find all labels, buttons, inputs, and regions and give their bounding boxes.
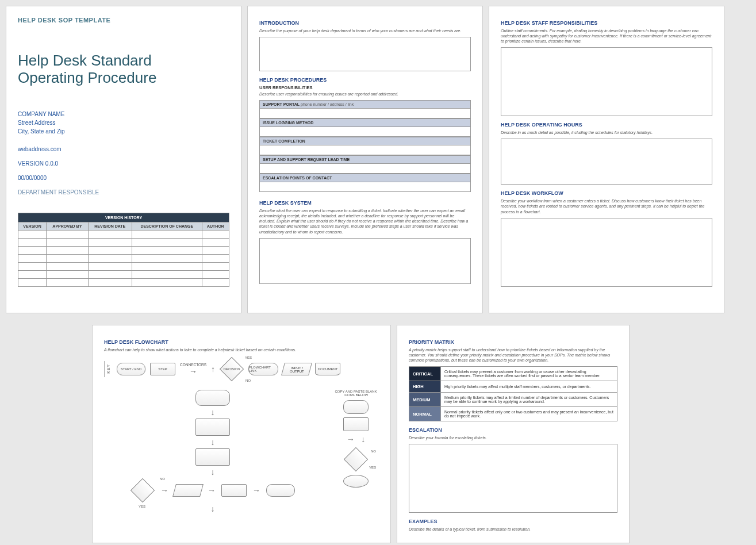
procedure-fields: SUPPORT PORTAL phone number / address / … xyxy=(259,100,471,192)
workflow-desc: Describe your workflow from when a custo… xyxy=(501,198,712,214)
procedure-field: SUPPORT PORTAL phone number / address / … xyxy=(259,100,471,118)
version-number: VERSION 0.0.0 xyxy=(18,160,229,167)
workflow-box[interactable] xyxy=(501,218,712,287)
decision-label: DECISION xyxy=(224,367,240,371)
key-flowchart-link: FLOWCHART LINK xyxy=(248,363,278,375)
examples-heading: EXAMPLES xyxy=(409,519,617,524)
priority-matrix-heading: PRIORITY MATRIX xyxy=(409,339,617,345)
street-address: Street Address xyxy=(18,118,229,127)
field-label: TICKET COMPLETION xyxy=(259,137,471,145)
field-input[interactable] xyxy=(259,182,471,192)
flow-start xyxy=(195,390,230,406)
arrow-down-icon: ↓ xyxy=(211,438,215,446)
priority-level: NORMAL xyxy=(409,407,441,421)
palette-connectors: → ↓ xyxy=(333,435,379,444)
field-input[interactable] xyxy=(259,108,471,118)
priority-row: NORMALNormal priority tickets affect onl… xyxy=(409,407,617,421)
arrow-right-icon: → xyxy=(208,486,216,495)
title-line-1: Help Desk Standard xyxy=(18,52,152,69)
procedure-field: ESCALATION POINTS OF CONTACT xyxy=(259,174,471,192)
key-label: KEY xyxy=(104,361,112,377)
palette-no: NO xyxy=(371,450,376,453)
company-name: COMPANY NAME xyxy=(18,110,229,118)
table-row xyxy=(18,238,229,246)
field-label: ISSUE LOGGING METHOD xyxy=(259,118,471,126)
flowchart-key: KEY START / END STEP CONNECTORS → ↑ YES … xyxy=(104,357,379,381)
document-date: 00/00/0000 xyxy=(18,175,229,181)
priority-desc: High priority tickets may affect multipl… xyxy=(441,381,617,393)
staff-responsibilities-desc: Outline staff commitments. For example, … xyxy=(501,28,712,44)
palette-link xyxy=(343,475,369,488)
version-history-body xyxy=(18,230,229,286)
col-description: DESCRIPTION OF CHANGE xyxy=(132,222,202,230)
help-desk-system-heading: HELP DESK SYSTEM xyxy=(259,200,471,206)
table-row xyxy=(18,262,229,270)
arrow-down-icon: ↓ xyxy=(211,505,215,513)
department-responsible: DEPARTMENT RESPONSIBLE xyxy=(18,189,229,195)
key-input-output: INPUT / OUTPUT xyxy=(281,363,312,375)
table-row xyxy=(18,246,229,254)
examples-desc: Describe the details of a typical ticket… xyxy=(409,527,617,532)
staff-responsibilities-box[interactable] xyxy=(501,47,712,116)
help-desk-system-box[interactable] xyxy=(259,238,471,284)
flow-step-3 xyxy=(221,484,247,497)
key-step: STEP xyxy=(150,363,175,375)
help-desk-system-desc: Describe what the user can expect in res… xyxy=(259,208,471,234)
priority-desc: Normal priority tickets affect only one … xyxy=(441,407,617,421)
flow-decision-row: NO YES → → → xyxy=(131,478,295,502)
arrow-down-icon: ↓ xyxy=(211,468,215,476)
key-document: DOCUMENT xyxy=(315,363,340,375)
title-line-2: Operating Procedure xyxy=(18,69,156,86)
user-responsibilities-heading: USER RESPONSIBILITIES xyxy=(259,85,471,90)
priority-desc: Critical tickets may prevent a customer … xyxy=(441,367,617,381)
introduction-desc: Describe the purpose of your help desk d… xyxy=(259,28,471,33)
palette-yes: YES xyxy=(369,466,376,469)
procedures-heading: HELP DESK PROCEDURES xyxy=(259,77,471,83)
table-row xyxy=(18,254,229,262)
page-1-cover: HELP DESK SOP TEMPLATE Help Desk Standar… xyxy=(6,6,241,313)
page-4-flowchart: HELP DESK FLOWCHART A flowchart can help… xyxy=(92,325,391,543)
col-revision-date: REVISION DATE xyxy=(88,222,132,230)
page-5-priority: PRIORITY MATRIX A priority matrix helps … xyxy=(397,325,630,543)
user-responsibilities-desc: Describe user responsibilities for ensur… xyxy=(259,91,471,97)
diamond-icon xyxy=(344,447,368,471)
escalation-box[interactable] xyxy=(409,444,617,513)
arrow-right-icon: → xyxy=(189,367,197,376)
arrow-up-icon: ↑ xyxy=(211,364,215,374)
col-author: AUTHOR xyxy=(202,222,229,230)
priority-level: HIGH xyxy=(409,381,441,393)
introduction-box[interactable] xyxy=(259,37,471,71)
operating-hours-desc: Describe in as much detail as possible, … xyxy=(501,130,712,135)
flowchart-main-column: ↓ ↓ ↓ NO YES → → → xyxy=(104,390,321,513)
staff-responsibilities-heading: HELP DESK STAFF RESPONSIBILITIES xyxy=(501,20,712,26)
col-version: VERSION xyxy=(18,222,47,230)
priority-matrix-desc: A priority matrix helps support staff to… xyxy=(409,347,617,363)
main-title: Help Desk Standard Operating Procedure xyxy=(18,52,229,87)
page-2-procedures: INTRODUCTION Describe the purpose of you… xyxy=(247,6,483,313)
key-start-end: START / END xyxy=(117,363,145,375)
company-block: COMPANY NAME Street Address City, State … xyxy=(18,110,229,136)
priority-matrix-table: CRITICALCritical tickets may prevent a c… xyxy=(409,366,617,421)
arrow-down-icon: ↓ xyxy=(211,408,215,416)
table-row xyxy=(18,270,229,278)
decision-yes: YES xyxy=(245,356,252,359)
palette-step xyxy=(343,417,369,431)
flow-decision xyxy=(131,478,155,502)
page-3-staff: HELP DESK STAFF RESPONSIBILITIES Outline… xyxy=(489,6,724,313)
field-input[interactable] xyxy=(259,126,471,137)
workflow-heading: HELP DESK WORKFLOW xyxy=(501,190,712,196)
procedure-field: ISSUE LOGGING METHOD xyxy=(259,118,471,137)
field-input[interactable] xyxy=(259,145,471,155)
field-input[interactable] xyxy=(259,163,471,174)
copy-paste-hint: COPY AND PASTE BLANK ICONS BELOW xyxy=(333,390,379,397)
key-connectors: CONNECTORS → xyxy=(180,363,206,376)
flowchart-body: ↓ ↓ ↓ NO YES → → → xyxy=(104,390,379,513)
table-row xyxy=(18,278,229,286)
web-address: webaddress.com xyxy=(18,146,229,152)
template-label: HELP DESK SOP TEMPLATE xyxy=(18,17,229,24)
field-label: ESCALATION POINTS OF CONTACT xyxy=(259,174,471,182)
field-label: SUPPORT PORTAL phone number / address / … xyxy=(259,100,471,108)
col-approved-by: APPROVED BY xyxy=(47,222,89,230)
escalation-desc: Describe your formula for escalating tic… xyxy=(409,435,617,440)
operating-hours-box[interactable] xyxy=(501,139,712,185)
